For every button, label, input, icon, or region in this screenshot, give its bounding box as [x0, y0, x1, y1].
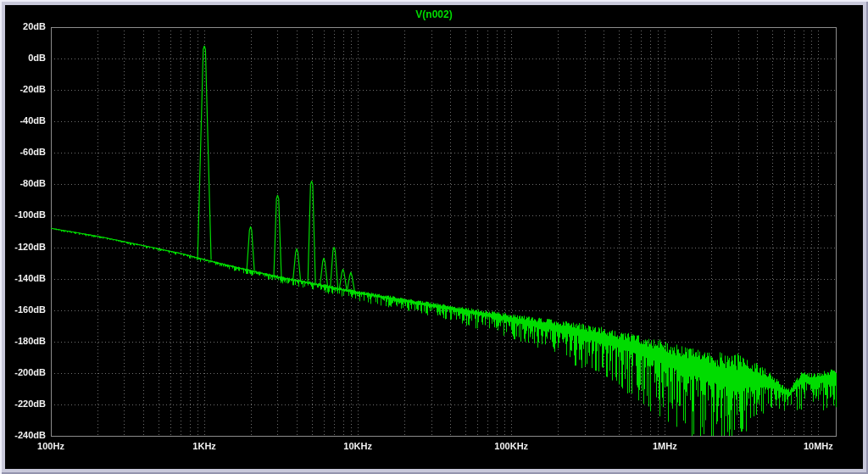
plot-window-frame: V(n002) [0, 0, 868, 474]
plot-background: V(n002) [5, 5, 863, 469]
trace-label[interactable]: V(n002) [5, 8, 863, 20]
fft-plot-canvas[interactable] [5, 5, 863, 469]
